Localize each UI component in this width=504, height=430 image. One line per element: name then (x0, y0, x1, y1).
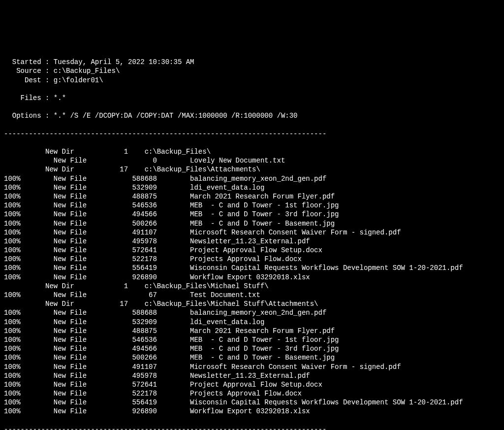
file-row: 100% New File 572641 Project Approval Fl… (4, 381, 322, 389)
file-row: 100% New File 522178 Projects Approval F… (4, 390, 302, 397)
file-row: 100% New File 494566 MEB - C and D Tower… (4, 210, 339, 218)
file-row: 100% New File 556419 Wisconsin Capital R… (4, 264, 463, 272)
dest-line: Dest : g:\folder01\ (4, 76, 103, 84)
file-row: 100% New File 495978 Newsletter_11.23_Ex… (4, 237, 310, 245)
file-row: 100% New File 532909 ldi_event_data.log (4, 318, 264, 326)
file-row: 100% New File 500266 MEB - C and D Tower… (4, 354, 335, 362)
source-line: Source : c:\Backup_Files\ (4, 67, 120, 75)
file-row: 100% New File 926890 Workflow Export 032… (4, 407, 310, 415)
file-row: New Dir 17 c:\Backup_Files\Michael Stuff… (4, 300, 318, 308)
file-row: 100% New File 491107 Microsoft Research … (4, 363, 401, 371)
file-row: 100% New File 522178 Projects Approval F… (4, 255, 302, 263)
file-row: 100% New File 926890 Workflow Export 032… (4, 273, 310, 281)
file-row: New Dir 17 c:\Backup_Files\Attachments\ (4, 165, 260, 173)
terminal-output[interactable]: Started : Tuesday, April 5, 2022 10:30:3… (4, 40, 500, 430)
started-line: Started : Tuesday, April 5, 2022 10:30:3… (4, 58, 194, 66)
separator-line-2: ----------------------------------------… (4, 426, 326, 430)
file-row: 100% New File 488875 March 2021 Research… (4, 327, 335, 335)
options-line: Options : *.* /S /E /DCOPY:DA /COPY:DAT … (4, 112, 298, 120)
file-row: New Dir 1 c:\Backup_Files\ (4, 148, 211, 156)
file-row: New Dir 1 c:\Backup_Files\Michael Stuff\ (4, 282, 269, 290)
file-row: 100% New File 588688 balancing_memory_xe… (4, 175, 326, 183)
header-section: Started : Tuesday, April 5, 2022 10:30:3… (4, 49, 500, 121)
files-line: Files : *.* (4, 94, 66, 102)
file-row: 100% New File 546536 MEB - C and D Tower… (4, 336, 339, 344)
file-row: New File 0 Lovely New Document.txt (4, 157, 285, 165)
separator-line: ----------------------------------------… (4, 130, 326, 138)
file-row: 100% New File 488875 March 2021 Research… (4, 193, 335, 200)
file-row: 100% New File 546536 MEB - C and D Tower… (4, 201, 339, 209)
file-row: 100% New File 491107 Microsoft Research … (4, 229, 401, 236)
file-row: 100% New File 572641 Project Approval Fl… (4, 246, 322, 254)
file-list: New Dir 1 c:\Backup_Files\ New File 0 Lo… (4, 147, 500, 416)
file-row: 100% New File 556419 Wisconsin Capital R… (4, 398, 463, 406)
file-row: 100% New File 67 Test Document.txt (4, 291, 260, 299)
file-row: 100% New File 495978 Newsletter_11.23_Ex… (4, 372, 310, 380)
file-row: 100% New File 532909 ldi_event_data.log (4, 184, 264, 192)
file-row: 100% New File 494566 MEB - C and D Tower… (4, 345, 339, 353)
file-row: 100% New File 500266 MEB - C and D Tower… (4, 220, 335, 228)
file-row: 100% New File 588688 balancing_memory_xe… (4, 309, 326, 317)
